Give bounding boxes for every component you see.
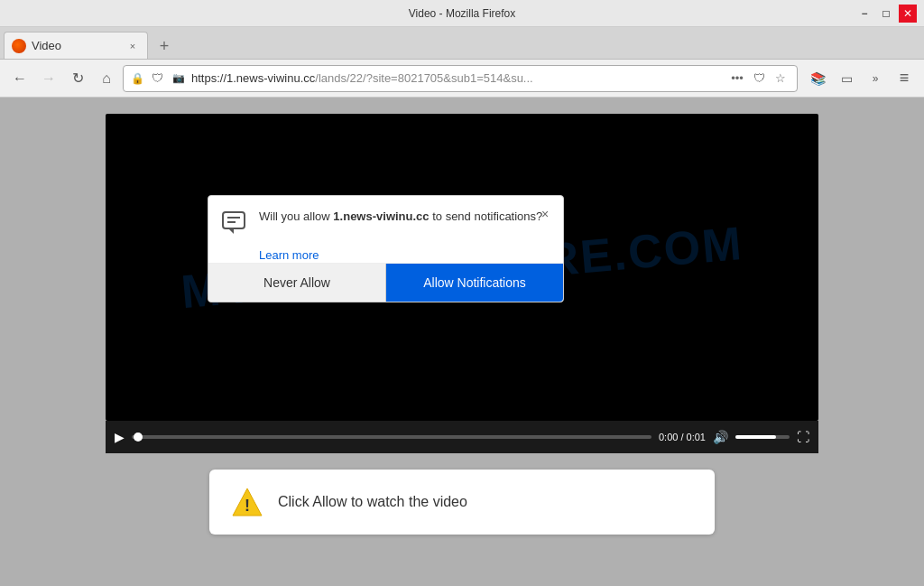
maximize-button[interactable]: □ <box>877 5 895 23</box>
progress-bar[interactable] <box>132 435 651 439</box>
svg-rect-2 <box>223 212 245 228</box>
menu-button[interactable]: ≡ <box>892 66 917 91</box>
progress-dot <box>134 433 143 442</box>
minimize-button[interactable]: − <box>855 5 873 23</box>
url-path: /lands/22/?site=8021705&sub1=514&su... <box>315 71 532 85</box>
time-current: 0:00 <box>659 432 678 442</box>
url-domain: https://1.news-viwinu.cc <box>191 71 315 85</box>
close-button[interactable]: ✕ <box>899 5 917 23</box>
tab-bar: Video × + <box>0 27 924 60</box>
tab-close-button[interactable]: × <box>125 39 140 53</box>
volume-fill <box>735 435 776 439</box>
fullscreen-button[interactable]: ⛶ <box>797 430 809 444</box>
forward-button[interactable]: → <box>36 66 61 91</box>
title-bar: Video - Mozilla Firefox − □ ✕ <box>0 0 924 27</box>
play-pause-button[interactable]: ▶ <box>115 430 125 444</box>
refresh-button[interactable]: ↻ <box>65 66 90 91</box>
time-display: 0:00 / 0:01 <box>659 432 706 442</box>
camera-icon: 📷 <box>170 70 188 88</box>
chat-icon <box>221 210 250 239</box>
page-content: MYANTISPYWARE.COM ▶ ▶ 0:00 / 0:01 🔊 ⛶ ! … <box>0 98 924 586</box>
popup-close-button[interactable]: × <box>536 205 554 223</box>
time-total: 0:01 <box>687 432 706 442</box>
notification-popup: Will you allow 1.news-viwinu.cc to send … <box>208 195 564 302</box>
warning-icon: ! <box>231 486 263 518</box>
sidebar-button[interactable]: ▭ <box>834 66 859 91</box>
watch-banner: ! Click Allow to watch the video <box>209 470 715 535</box>
address-bar-icons: ••• 🛡 ☆ <box>728 70 790 88</box>
more-options-icon[interactable]: ••• <box>728 70 746 88</box>
video-controls: ▶ 0:00 / 0:01 🔊 ⛶ <box>106 421 818 453</box>
window-controls: − □ ✕ <box>855 5 917 23</box>
pocket-icon[interactable]: 🛡 <box>750 70 768 88</box>
url-text: https://1.news-viwinu.cc/lands/22/?site=… <box>191 71 725 85</box>
back-button[interactable]: ← <box>7 66 32 91</box>
window-title: Video - Mozilla Firefox <box>409 7 516 20</box>
home-button[interactable]: ⌂ <box>94 66 119 91</box>
question-domain: 1.news-viwinu.cc <box>333 209 429 223</box>
watch-text: Click Allow to watch the video <box>278 494 467 510</box>
library-button[interactable]: 📚 <box>805 66 830 91</box>
bookmark-icon[interactable]: ☆ <box>772 70 790 88</box>
active-tab[interactable]: Video × <box>4 32 148 59</box>
svg-text:!: ! <box>245 497 250 515</box>
overflow-button[interactable]: » <box>863 66 888 91</box>
toolbar-right: 📚 ▭ » ≡ <box>805 66 917 91</box>
nav-bar: ← → ↻ ⌂ 🔒 🛡 📷 https://1.news-viwinu.cc/l… <box>0 60 924 98</box>
svg-marker-5 <box>228 228 234 234</box>
permission-icon: 🛡 <box>148 70 166 88</box>
never-allow-button[interactable]: Never Allow <box>208 264 386 302</box>
question-prefix: Will you allow <box>259 209 333 223</box>
allow-notifications-button[interactable]: Allow Notifications <box>386 264 563 302</box>
popup-question: Will you allow 1.news-viwinu.cc to send … <box>259 209 550 225</box>
new-tab-button[interactable]: + <box>152 33 177 59</box>
popup-buttons: Never Allow Allow Notifications <box>208 263 563 302</box>
tab-favicon <box>12 39 26 53</box>
popup-header: Will you allow 1.news-viwinu.cc to send … <box>208 196 563 246</box>
volume-icon[interactable]: 🔊 <box>713 430 728 444</box>
volume-bar[interactable] <box>735 435 790 439</box>
question-suffix: to send notifications? <box>430 209 543 223</box>
tab-label: Video <box>32 39 61 52</box>
secure-icon: 🔒 <box>131 72 144 85</box>
address-bar[interactable]: 🔒 🛡 📷 https://1.news-viwinu.cc/lands/22/… <box>123 65 798 92</box>
